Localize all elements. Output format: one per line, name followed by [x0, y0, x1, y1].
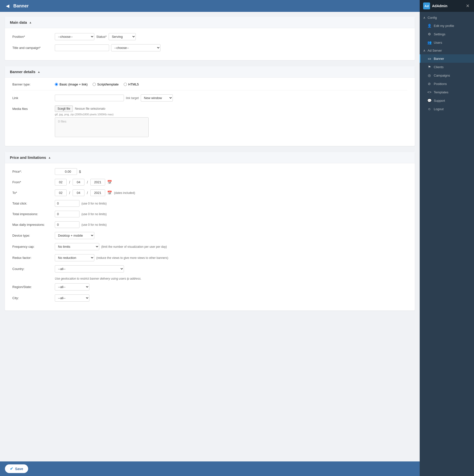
position-label: Position*	[12, 35, 52, 39]
link-input[interactable]	[55, 95, 124, 101]
from-month-input[interactable]	[73, 179, 84, 186]
redux-factor-controls: No reduction 10% 20% 30% 50% (reduce the…	[55, 254, 168, 261]
sidebar-item-logout[interactable]: ⎋ Logout	[420, 105, 474, 113]
sidebar-item-settings[interactable]: ⚙ Settings	[420, 30, 474, 38]
city-label: City:	[12, 296, 52, 300]
radio-basic-input[interactable]	[55, 83, 58, 86]
price-section-chevron: ▲	[48, 156, 51, 159]
from-year-input[interactable]	[90, 179, 105, 186]
banner-type-label: Banner type:	[12, 83, 52, 86]
sidebar-item-label: Clients	[434, 65, 444, 69]
region-select[interactable]: --all--	[55, 283, 89, 290]
save-button[interactable]: ✔ Save	[5, 464, 28, 473]
title-input[interactable]	[55, 44, 109, 51]
total-click-input[interactable]	[55, 200, 79, 207]
device-type-row: Device type: Desktop + mobile Desktop on…	[12, 232, 407, 239]
to-calendar-icon[interactable]: 📅	[107, 190, 112, 195]
position-row: Position* --choose-- Status* Serving Pau…	[12, 33, 407, 40]
from-day-input[interactable]	[55, 179, 67, 186]
dates-included-text: (dates included)	[114, 191, 135, 195]
sidebar-item-label: Banner	[434, 57, 444, 61]
chevron-icon: ∧	[423, 49, 426, 52]
support-icon: 💬	[427, 99, 431, 103]
city-controls: --all--	[55, 294, 89, 302]
media-files-label: Media files	[12, 105, 52, 111]
chevron-icon: ∧	[423, 16, 426, 20]
main-data-body: Position* --choose-- Status* Serving Pau…	[5, 28, 415, 60]
device-type-select[interactable]: Desktop + mobile Desktop only Mobile onl…	[55, 232, 94, 239]
sidebar-item-support[interactable]: 💬 Support	[420, 96, 474, 105]
to-year-input[interactable]	[90, 189, 105, 196]
price-section-card: Price and limitations ▲ Price*: $ From*	[5, 152, 415, 310]
user-icon: 👤	[427, 24, 431, 28]
title-row: Title and campaign* --choose--	[12, 44, 407, 51]
banner-details-header[interactable]: Banner details ▲	[5, 66, 415, 78]
country-select[interactable]: --all-- Italy USA Germany	[55, 265, 124, 272]
radio-basic[interactable]: Basic (image + link)	[55, 83, 88, 86]
page-body: Main data ▲ Position* --choose-- Status*…	[0, 12, 420, 461]
from-calendar-icon[interactable]: 📅	[107, 180, 112, 185]
main-data-title: Main data	[10, 20, 27, 24]
price-input[interactable]	[55, 168, 77, 175]
city-row: City: --all--	[12, 294, 407, 302]
topbar: ◀ Banner	[0, 0, 420, 12]
redux-factor-row: Redux factor: No reduction 10% 20% 30% 5…	[12, 254, 407, 261]
region-controls: --all--	[55, 283, 89, 290]
sidebar-item-users[interactable]: 👥 Users	[420, 38, 474, 47]
radio-html5-input[interactable]	[124, 83, 127, 86]
country-row: Country: --all-- Italy USA Germany	[12, 265, 407, 272]
link-target-select[interactable]: New window Same window	[141, 94, 173, 102]
sidebar-item-label: Users	[434, 41, 442, 44]
sidebar-item-templates[interactable]: <> Templates	[420, 88, 474, 96]
media-files-row: Media files Scegli file Nessun file sele…	[12, 105, 407, 137]
date-sep-2: /	[86, 180, 88, 184]
total-impressions-input[interactable]	[55, 211, 79, 217]
file-upload-area[interactable]: 0 files	[55, 117, 149, 137]
city-select[interactable]: --all--	[55, 294, 89, 302]
banner-details-title: Banner details	[10, 70, 35, 74]
total-impressions-label: Total impressions:	[12, 212, 52, 216]
max-daily-row: Max daily impressions: (use 0 for no lim…	[12, 221, 407, 228]
sidebar-item-clients[interactable]: ⚑ Clients	[420, 63, 474, 71]
position-select[interactable]: --choose--	[55, 33, 94, 40]
save-label: Save	[15, 467, 23, 471]
sidebar-close-button[interactable]: ✕	[465, 3, 471, 9]
to-day-input[interactable]	[55, 189, 67, 196]
radio-script-input[interactable]	[93, 83, 96, 86]
redux-factor-hint: (reduce the views to give more views to …	[96, 256, 168, 260]
max-daily-label: Max daily impressions:	[12, 223, 52, 227]
file-hint: gif, jpg, png, zip (2000x1800 pixels 100…	[55, 113, 149, 116]
frequency-cap-hint: (limit the number of visualization per u…	[101, 245, 167, 248]
gear-icon: ⚙	[427, 32, 431, 36]
sidebar-item-campaigns[interactable]: ◎ Campaigns	[420, 71, 474, 80]
radio-script-label: Script/template	[97, 83, 119, 86]
banner-type-radio-group: Basic (image + link) Script/template HTM…	[55, 83, 139, 86]
status-select[interactable]: Serving Paused Stopped	[109, 33, 136, 40]
back-button[interactable]: ◀	[5, 2, 10, 10]
price-label: Price*:	[12, 170, 52, 173]
price-section-header[interactable]: Price and limitations ▲	[5, 152, 415, 163]
to-row: To* / / 📅 (dates included)	[12, 189, 407, 196]
sidebar-item-edit-profile[interactable]: 👤 Edit my profile	[420, 21, 474, 30]
sidebar-section-config[interactable]: ∧ Config	[420, 14, 474, 21]
main-data-header[interactable]: Main data ▲	[5, 17, 415, 28]
sidebar-item-banner[interactable]: ▭ Banner	[420, 54, 474, 63]
position-controls: --choose-- Status* Serving Paused Stoppe…	[55, 33, 136, 40]
to-month-input[interactable]	[73, 189, 84, 196]
radio-html5[interactable]: HTML5	[124, 83, 139, 86]
sidebar-item-label: Logout	[434, 107, 444, 111]
max-daily-input[interactable]	[55, 221, 79, 228]
sidebar-item-positions[interactable]: ⊘ Positions	[420, 80, 474, 88]
link-controls: link target New window Same window	[55, 94, 173, 102]
redux-factor-select[interactable]: No reduction 10% 20% 30% 50%	[55, 254, 94, 261]
banner-details-card: Banner details ▲ Banner type: Basic (ima…	[5, 66, 415, 146]
sidebar-nav: ∧ Config 👤 Edit my profile ⚙ Settings 👥 …	[420, 12, 474, 476]
geolocation-hint: Use geolocation to restrict banner deliv…	[55, 277, 141, 280]
from-controls: / / 📅	[55, 179, 112, 186]
choose-file-button[interactable]: Scegli file	[55, 105, 73, 112]
radio-script[interactable]: Script/template	[93, 83, 119, 86]
no-file-text: Nessun file selezionato	[75, 107, 105, 110]
frequency-cap-select[interactable]: No limits 1 per day 2 per day	[55, 243, 99, 250]
sidebar-section-adserver[interactable]: ∧ Ad Server	[420, 47, 474, 54]
campaign-select[interactable]: --choose--	[111, 44, 160, 51]
